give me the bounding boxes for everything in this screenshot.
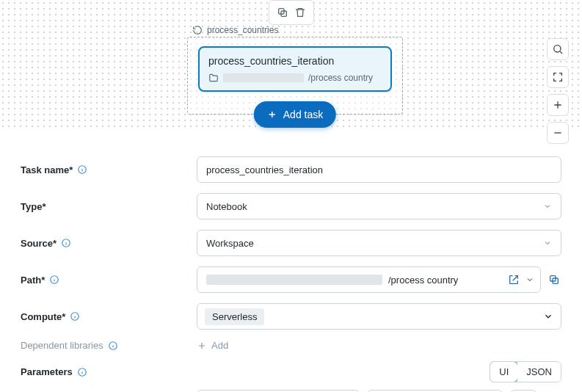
task-name-input[interactable] — [197, 156, 561, 183]
zoom-out-button[interactable] — [547, 122, 569, 144]
compute-value: Serverless — [205, 308, 264, 325]
copy-path-button[interactable] — [547, 272, 561, 287]
label-parameters: Parameters — [21, 366, 197, 377]
info-icon[interactable] — [49, 275, 59, 285]
task-card-path: /process country — [208, 73, 382, 83]
add-library-button[interactable]: Add — [197, 340, 561, 351]
info-icon[interactable] — [77, 164, 87, 175]
add-task-label: Add task — [283, 109, 323, 120]
fit-screen-button[interactable] — [547, 66, 569, 88]
chevron-down-icon — [525, 275, 534, 284]
folder-icon — [208, 73, 219, 83]
parameters-mode-ui[interactable]: UI — [490, 361, 518, 382]
info-icon[interactable] — [108, 341, 118, 351]
task-graph-canvas[interactable]: process_countries process_countries_iter… — [0, 0, 582, 143]
chevron-down-icon — [543, 311, 553, 322]
label-source: Source* — [21, 238, 197, 249]
label-dependent-libraries: Dependent libraries — [21, 340, 197, 351]
parameters-mode-json[interactable]: JSON — [517, 362, 561, 382]
info-icon[interactable] — [61, 238, 71, 248]
label-task-name: Task name* — [21, 164, 197, 175]
path-suffix: /process country — [388, 275, 502, 286]
zoom-controls — [547, 38, 569, 144]
type-select[interactable]: Notebook — [197, 193, 561, 219]
task-card-title: process_countries_iteration — [208, 55, 382, 67]
task-card[interactable]: process_countries_iteration /process cou… — [198, 46, 392, 92]
label-compute: Compute* — [21, 311, 197, 322]
chevron-down-icon — [543, 239, 552, 247]
svg-point-2 — [554, 46, 561, 52]
loop-label: process_countries — [207, 25, 278, 35]
chevron-down-icon — [543, 202, 552, 211]
loop-icon — [192, 25, 203, 35]
source-value: Workspace — [206, 238, 254, 249]
task-config-form: Task name* Type* Notebook Source* Worksp… — [0, 143, 582, 392]
parameters-mode-toggle: UI JSON — [490, 361, 561, 382]
redacted-path-segment — [206, 275, 382, 285]
info-icon[interactable] — [70, 311, 80, 322]
source-select[interactable]: Workspace — [197, 230, 561, 256]
task-loop-group[interactable]: process_countries_iteration /process cou… — [187, 37, 403, 115]
external-link-icon[interactable] — [508, 274, 520, 286]
type-value: Notebook — [206, 201, 247, 212]
card-toolbar — [269, 0, 314, 25]
search-button[interactable] — [547, 38, 569, 60]
redacted-path-segment — [223, 73, 304, 82]
add-task-button[interactable]: Add task — [254, 101, 336, 128]
zoom-in-button[interactable] — [547, 94, 569, 116]
duplicate-icon[interactable] — [275, 5, 290, 20]
label-type: Type* — [21, 201, 197, 212]
add-library-label: Add — [211, 340, 228, 351]
info-icon[interactable] — [77, 367, 87, 377]
task-card-path-suffix: /process country — [308, 73, 373, 83]
path-select[interactable]: /process country — [197, 266, 541, 293]
loop-header: process_countries — [192, 25, 278, 35]
label-path: Path* — [21, 275, 197, 286]
trash-icon[interactable] — [293, 5, 308, 20]
compute-select[interactable]: Serverless — [197, 303, 561, 330]
